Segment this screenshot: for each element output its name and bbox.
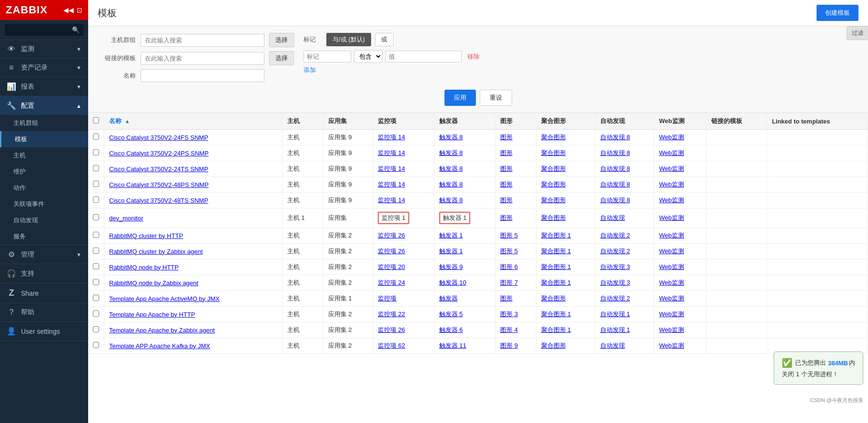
host-group-select-btn[interactable]: 选择 (269, 33, 294, 47)
agg-graph-link[interactable]: 聚合图形 (541, 342, 566, 349)
col-name[interactable]: 名称 ▲ (104, 113, 283, 130)
trigger-link[interactable]: 触发器 10 (439, 279, 466, 286)
auto-discover-link[interactable]: 自动发现 8 (600, 165, 630, 172)
search-input[interactable] (9, 24, 72, 36)
tag-remove-btn[interactable]: 移除 (464, 52, 483, 62)
web-link[interactable]: Web监测 (659, 165, 684, 172)
auto-discover-link[interactable]: 自动发现 8 (600, 134, 630, 141)
monitor-link[interactable]: 监控项 14 (378, 134, 405, 141)
monitor-link[interactable]: 监控项 26 (378, 326, 405, 333)
row-checkbox[interactable] (93, 181, 99, 187)
graph-link[interactable]: 图形 9 (500, 342, 518, 349)
row-checkbox[interactable] (93, 232, 99, 238)
monitor-link[interactable]: 监控项 26 (378, 248, 405, 255)
monitor-link[interactable]: 监控项 62 (378, 342, 405, 349)
auto-discover-link[interactable]: 自动发现 2 (600, 295, 630, 302)
template-name-link[interactable]: Template App Apache ActiveMQ by JMX (109, 295, 220, 302)
host-group-input[interactable] (141, 34, 264, 47)
graph-link[interactable]: 图形 (500, 165, 513, 172)
tag-name-input[interactable] (303, 51, 351, 62)
monitor-link[interactable]: 监控项 14 (378, 165, 405, 172)
agg-graph-link[interactable]: 聚合图形 1 (541, 248, 571, 255)
template-name-link[interactable]: RabbitMQ cluster by HTTP (109, 232, 183, 239)
trigger-link[interactable]: 触发器 11 (439, 342, 466, 349)
auto-discover-link[interactable]: 自动发现 1 (600, 310, 630, 318)
template-name-link[interactable]: Cisco Catalyst 3750V2-24TS SNMP (109, 165, 208, 173)
agg-graph-link[interactable]: 聚合图形 1 (541, 263, 571, 270)
sidebar-item-config[interactable]: 🔧 配置 ▲ (0, 96, 88, 115)
agg-graph-link[interactable]: 聚合图形 (541, 149, 566, 156)
web-link[interactable]: Web监测 (659, 263, 684, 270)
auto-discover-link[interactable]: 自动发现 8 (600, 149, 630, 156)
trigger-link[interactable]: 触发器 8 (439, 149, 463, 156)
graph-link[interactable]: 图形 7 (500, 279, 518, 286)
web-link[interactable]: Web监测 (659, 232, 684, 239)
tag-and-btn[interactable]: 与/或 (默认) (326, 33, 371, 46)
expand-icon[interactable]: ⊡ (77, 6, 82, 14)
trigger-link[interactable]: 触发器 8 (439, 196, 463, 204)
tag-condition-select[interactable]: 包含等于 (354, 50, 383, 63)
template-name-link[interactable]: RabbitMQ cluster by Zabbix agent (109, 248, 203, 255)
monitor-link[interactable]: 监控项 (378, 295, 396, 302)
trigger-link[interactable]: 触发器 9 (439, 263, 463, 270)
monitor-link[interactable]: 监控项 14 (378, 149, 405, 156)
graph-link[interactable]: 图形 (500, 134, 513, 141)
collapse-icon[interactable]: ◀◀ (63, 6, 74, 14)
web-link[interactable]: Web监测 (659, 279, 684, 286)
graph-link[interactable]: 图形 (500, 181, 513, 188)
sidebar-item-help[interactable]: ? 帮助 (0, 303, 88, 321)
template-name-link[interactable]: Cisco Catalyst 3750V2-48PS SNMP (109, 181, 209, 188)
row-checkbox[interactable] (93, 263, 99, 269)
graph-link[interactable]: 图形 (500, 295, 513, 302)
trigger-link[interactable]: 触发器 6 (439, 326, 463, 333)
row-checkbox[interactable] (93, 310, 99, 317)
web-link[interactable]: Web监测 (659, 149, 684, 156)
web-link[interactable]: Web监测 (659, 342, 684, 349)
monitor-link[interactable]: 监控项 24 (378, 279, 405, 286)
sidebar-item-assets[interactable]: ≡ 资产记录 ▼ (0, 59, 88, 77)
linked-template-input[interactable] (141, 52, 264, 65)
highlighted-trigger-cell[interactable]: 触发器 1 (439, 212, 471, 224)
web-link[interactable]: Web监测 (659, 248, 684, 255)
graph-link[interactable]: 图形 4 (500, 326, 518, 333)
sidebar-item-actions[interactable]: 动作 (0, 180, 88, 196)
agg-graph-link[interactable]: 聚合图形 1 (541, 279, 571, 286)
filter-toggle-btn[interactable]: 过滤 (847, 26, 868, 40)
monitor-link[interactable]: 监控项 14 (378, 181, 405, 188)
row-checkbox[interactable] (93, 326, 99, 332)
graph-link[interactable]: 图形 5 (500, 232, 518, 239)
agg-graph-link[interactable]: 聚合图形 1 (541, 232, 571, 239)
row-checkbox[interactable] (93, 149, 99, 155)
trigger-link[interactable]: 触发器 5 (439, 310, 463, 318)
graph-link[interactable]: 图形 5 (500, 248, 518, 255)
agg-graph-link[interactable]: 聚合图形 1 (541, 326, 571, 333)
sidebar-item-templates[interactable]: 模板 (0, 131, 88, 147)
sidebar-item-hosts[interactable]: 主机 (0, 147, 88, 164)
sidebar-item-admin[interactable]: ⚙ 管理 ▼ (0, 245, 88, 264)
row-checkbox[interactable] (93, 165, 99, 171)
sidebar-item-host-groups[interactable]: 主机群组 (0, 115, 88, 131)
row-checkbox[interactable] (93, 134, 99, 140)
trigger-link[interactable]: 触发器 (439, 295, 458, 302)
highlighted-monitor-cell[interactable]: 监控项 1 (378, 212, 409, 224)
row-checkbox[interactable] (93, 279, 99, 285)
sidebar-item-event-corr[interactable]: 关联项事件 (0, 196, 88, 212)
agg-graph-link[interactable]: 聚合图形 (541, 134, 566, 141)
graph-link[interactable]: 图形 (500, 214, 513, 221)
graph-link[interactable]: 图形 (500, 149, 513, 156)
auto-discover-link[interactable]: 自动发现 8 (600, 196, 630, 204)
agg-graph-link[interactable]: 聚合图形 (541, 196, 566, 204)
row-checkbox[interactable] (93, 214, 99, 220)
tag-add-link[interactable]: 添加 (303, 66, 316, 73)
agg-graph-link[interactable]: 聚合图形 (541, 165, 566, 172)
sidebar-item-support[interactable]: 🎧 支持 (0, 264, 88, 283)
row-checkbox[interactable] (93, 248, 99, 254)
trigger-link[interactable]: 触发器 8 (439, 134, 463, 141)
agg-graph-link[interactable]: 聚合图形 (541, 295, 566, 302)
agg-graph-link[interactable]: 聚合图形 (541, 181, 566, 188)
trigger-link[interactable]: 触发器 1 (439, 232, 463, 239)
auto-discover-link[interactable]: 自动发现 3 (600, 279, 630, 286)
web-link[interactable]: Web监测 (659, 326, 684, 333)
template-name-link[interactable]: Cisco Catalyst 3750V2-48TS SNMP (109, 197, 208, 204)
monitor-link[interactable]: 监控项 20 (378, 263, 405, 270)
